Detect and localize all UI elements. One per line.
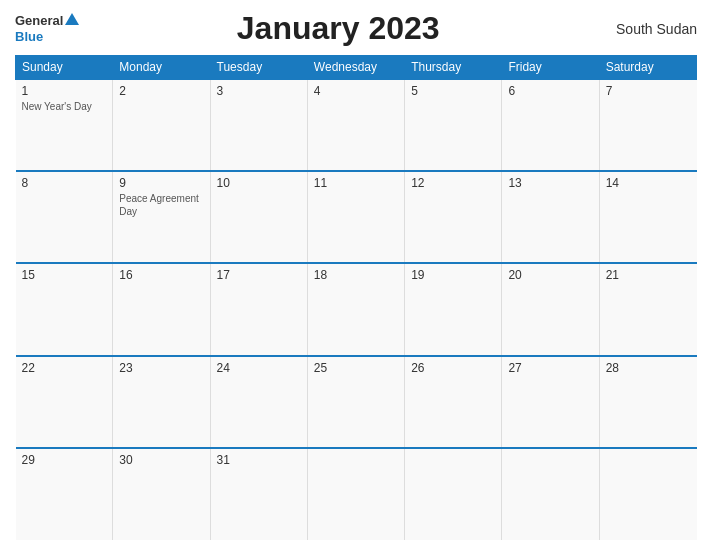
day-number: 11: [314, 176, 398, 190]
day-number: 21: [606, 268, 691, 282]
calendar-week-row: 1New Year's Day234567: [16, 79, 697, 171]
calendar-day-cell: 29: [16, 448, 113, 540]
calendar-day-cell: 9Peace Agreement Day: [113, 171, 210, 263]
holiday-name: New Year's Day: [22, 100, 107, 113]
calendar-day-cell: 25: [307, 356, 404, 448]
calendar-day-cell: [405, 448, 502, 540]
day-number: 24: [217, 361, 301, 375]
calendar-header-row: SundayMondayTuesdayWednesdayThursdayFrid…: [16, 56, 697, 80]
day-number: 19: [411, 268, 495, 282]
calendar-week-row: 293031: [16, 448, 697, 540]
day-number: 7: [606, 84, 691, 98]
calendar-page: General Blue January 2023 South Sudan Su…: [0, 0, 712, 550]
day-number: 20: [508, 268, 592, 282]
calendar-day-cell: 5: [405, 79, 502, 171]
calendar-day-cell: 22: [16, 356, 113, 448]
calendar-day-cell: 19: [405, 263, 502, 355]
calendar-day-cell: 15: [16, 263, 113, 355]
day-number: 16: [119, 268, 203, 282]
day-number: 15: [22, 268, 107, 282]
calendar-day-cell: 30: [113, 448, 210, 540]
day-number: 26: [411, 361, 495, 375]
calendar-day-cell: 28: [599, 356, 696, 448]
calendar-day-cell: 11: [307, 171, 404, 263]
calendar-day-cell: 8: [16, 171, 113, 263]
calendar-day-cell: 6: [502, 79, 599, 171]
day-number: 4: [314, 84, 398, 98]
calendar-day-cell: 7: [599, 79, 696, 171]
day-number: 14: [606, 176, 691, 190]
calendar-day-cell: 10: [210, 171, 307, 263]
calendar-day-cell: 3: [210, 79, 307, 171]
day-of-week-header: Thursday: [405, 56, 502, 80]
day-of-week-header: Tuesday: [210, 56, 307, 80]
day-number: 5: [411, 84, 495, 98]
calendar-day-cell: 24: [210, 356, 307, 448]
calendar-day-cell: 14: [599, 171, 696, 263]
day-of-week-header: Friday: [502, 56, 599, 80]
day-number: 6: [508, 84, 592, 98]
calendar-header: General Blue January 2023 South Sudan: [15, 10, 697, 47]
day-number: 2: [119, 84, 203, 98]
logo: General Blue: [15, 13, 79, 44]
day-number: 27: [508, 361, 592, 375]
calendar-title: January 2023: [79, 10, 597, 47]
calendar-table: SundayMondayTuesdayWednesdayThursdayFrid…: [15, 55, 697, 540]
calendar-day-cell: 1New Year's Day: [16, 79, 113, 171]
calendar-day-cell: 21: [599, 263, 696, 355]
day-number: 10: [217, 176, 301, 190]
day-of-week-header: Sunday: [16, 56, 113, 80]
calendar-day-cell: [502, 448, 599, 540]
calendar-day-cell: 4: [307, 79, 404, 171]
day-number: 31: [217, 453, 301, 467]
calendar-day-cell: 17: [210, 263, 307, 355]
day-number: 25: [314, 361, 398, 375]
holiday-name: Peace Agreement Day: [119, 192, 203, 218]
logo-triangle-icon: [65, 13, 79, 25]
day-number: 30: [119, 453, 203, 467]
calendar-day-cell: 20: [502, 263, 599, 355]
day-of-week-header: Monday: [113, 56, 210, 80]
calendar-week-row: 22232425262728: [16, 356, 697, 448]
logo-blue-text: Blue: [15, 29, 43, 44]
day-number: 13: [508, 176, 592, 190]
country-name: South Sudan: [597, 21, 697, 37]
calendar-day-cell: 27: [502, 356, 599, 448]
calendar-day-cell: 18: [307, 263, 404, 355]
day-number: 29: [22, 453, 107, 467]
day-number: 18: [314, 268, 398, 282]
calendar-day-cell: 31: [210, 448, 307, 540]
calendar-day-cell: [599, 448, 696, 540]
day-of-week-header: Wednesday: [307, 56, 404, 80]
day-number: 17: [217, 268, 301, 282]
calendar-day-cell: 26: [405, 356, 502, 448]
logo-general-text: General: [15, 13, 63, 29]
calendar-day-cell: 23: [113, 356, 210, 448]
day-number: 28: [606, 361, 691, 375]
day-of-week-header: Saturday: [599, 56, 696, 80]
day-number: 8: [22, 176, 107, 190]
calendar-day-cell: 12: [405, 171, 502, 263]
calendar-day-cell: 16: [113, 263, 210, 355]
calendar-week-row: 89Peace Agreement Day1011121314: [16, 171, 697, 263]
calendar-week-row: 15161718192021: [16, 263, 697, 355]
calendar-day-cell: 2: [113, 79, 210, 171]
day-number: 12: [411, 176, 495, 190]
day-number: 9: [119, 176, 203, 190]
day-number: 22: [22, 361, 107, 375]
calendar-day-cell: 13: [502, 171, 599, 263]
day-number: 23: [119, 361, 203, 375]
calendar-day-cell: [307, 448, 404, 540]
day-number: 3: [217, 84, 301, 98]
day-number: 1: [22, 84, 107, 98]
